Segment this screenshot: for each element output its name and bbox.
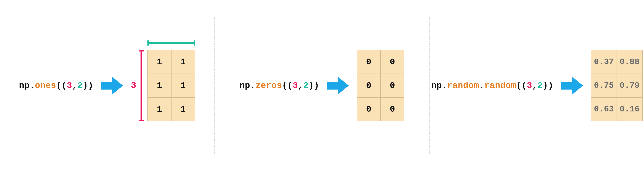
code-ones: np.ones((3,2)) <box>19 81 93 90</box>
token-dot: . <box>479 81 484 90</box>
table-row: 0.37 0.88 <box>591 50 642 74</box>
cell: 0.75 <box>591 74 617 98</box>
cell: 0 <box>380 98 404 121</box>
cell: 0.16 <box>617 98 642 121</box>
table-row: 0 0 <box>357 50 404 74</box>
token-module-random: random <box>447 81 479 90</box>
cell: 0.79 <box>617 74 642 98</box>
matrix-random: 0.37 0.88 0.75 0.79 0.63 0.16 <box>591 50 642 121</box>
token-paren-open: (( <box>56 81 67 90</box>
token-cols: 2 <box>538 81 543 90</box>
token-rows: 3 <box>67 81 72 90</box>
cell: 0 <box>357 74 380 98</box>
matrix-ones-wrap: 3 1 1 1 1 1 1 <box>131 50 195 121</box>
svg-marker-0 <box>101 77 123 94</box>
arrow-icon <box>327 77 349 94</box>
token-rows: 3 <box>293 81 298 90</box>
matrix-zeros: 0 0 0 0 0 0 <box>357 50 404 121</box>
token-np: np <box>240 81 250 90</box>
token-paren-open: (( <box>282 81 293 90</box>
col-bracket-icon <box>148 40 195 46</box>
cell: 0 <box>380 50 404 74</box>
panel-ones: np.ones((3,2)) 3 1 1 1 1 1 1 <box>0 0 214 171</box>
token-np: np <box>19 81 30 90</box>
table-row: 0 0 <box>357 74 404 98</box>
svg-marker-1 <box>327 77 349 94</box>
row-dim-label: 3 <box>131 80 136 91</box>
token-rows: 3 <box>527 81 532 90</box>
row-bracket-icon <box>139 50 144 121</box>
arrow-icon <box>561 77 583 94</box>
cell: 1 <box>171 50 195 74</box>
token-paren-close: )) <box>308 81 319 90</box>
cell: 1 <box>171 74 195 98</box>
token-func-zeros: zeros <box>256 81 282 90</box>
token-paren-close: )) <box>543 81 554 90</box>
token-paren-close: )) <box>83 81 93 90</box>
token-func-random: random <box>484 81 516 90</box>
arrow-icon <box>101 77 123 94</box>
token-paren-open: (( <box>516 81 527 90</box>
token-comma: , <box>298 81 303 90</box>
table-row: 0.75 0.79 <box>591 74 642 98</box>
token-func-ones: ones <box>35 81 56 90</box>
panel-zeros: np.zeros((3,2)) 0 0 0 0 0 0 <box>215 0 429 171</box>
svg-marker-2 <box>561 77 583 94</box>
token-comma: , <box>532 81 538 90</box>
code-zeros: np.zeros((3,2)) <box>240 81 319 90</box>
cell: 1 <box>148 50 171 74</box>
cell: 0 <box>357 98 380 121</box>
token-dot: . <box>250 81 256 90</box>
table-row: 1 1 <box>148 98 195 121</box>
table-row: 1 1 <box>148 50 195 74</box>
cell: 1 <box>148 98 171 121</box>
token-dot: . <box>442 81 447 90</box>
cell: 1 <box>171 98 195 121</box>
token-np: np <box>431 81 442 90</box>
table-row: 0.63 0.16 <box>591 98 642 121</box>
table-row: 1 1 <box>148 74 195 98</box>
cell: 0.37 <box>591 50 617 74</box>
matrix-ones: 1 1 1 1 1 1 <box>148 50 195 121</box>
token-cols: 2 <box>77 81 83 90</box>
cell: 0 <box>380 74 404 98</box>
cell: 1 <box>148 74 171 98</box>
token-dot: . <box>30 81 35 90</box>
cell: 0.63 <box>591 98 617 121</box>
cell: 0.88 <box>617 50 642 74</box>
token-cols: 2 <box>303 81 309 90</box>
code-random: np.random.random((3,2)) <box>431 81 554 90</box>
token-comma: , <box>72 81 77 90</box>
panel-random: np.random.random((3,2)) 0.37 0.88 0.75 0… <box>430 0 644 171</box>
table-row: 0 0 <box>357 98 404 121</box>
cell: 0 <box>357 50 380 74</box>
